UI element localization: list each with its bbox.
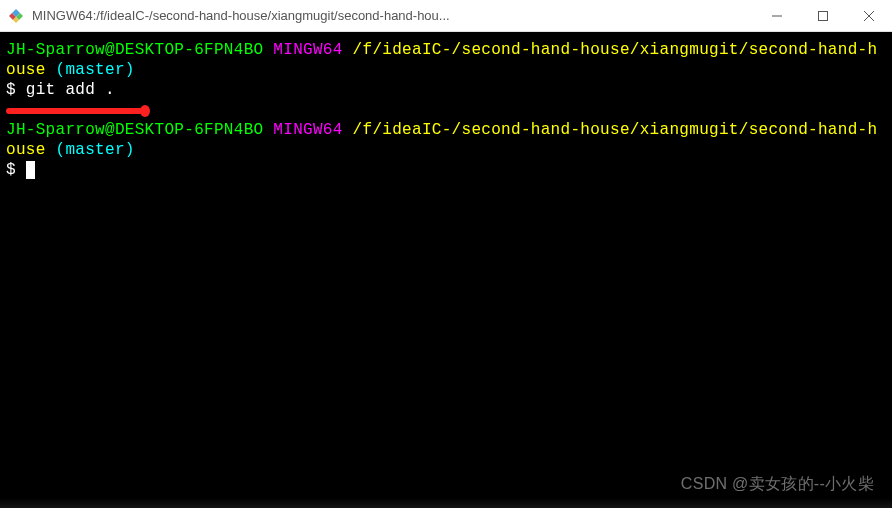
prompt-line: JH-Sparrow@DESKTOP-6FPN4BO MINGW64 /f/id…	[6, 40, 886, 80]
prompt-symbol: $	[6, 161, 16, 179]
bottom-shadow	[0, 498, 892, 508]
titlebar: MINGW64:/f/ideaIC-/second-hand-house/xia…	[0, 0, 892, 32]
command-line: $ git add .	[6, 80, 886, 100]
prompt-line: JH-Sparrow@DESKTOP-6FPN4BO MINGW64 /f/id…	[6, 120, 886, 160]
branch: (master)	[56, 61, 135, 79]
command-text: git add .	[26, 81, 115, 99]
window-controls	[754, 0, 892, 31]
user-host: JH-Sparrow@DESKTOP-6FPN4BO	[6, 41, 263, 59]
close-button[interactable]	[846, 0, 892, 31]
annotation-underline	[6, 108, 146, 114]
shell-name: MINGW64	[273, 121, 342, 139]
cursor	[26, 161, 35, 179]
watermark-text: CSDN @卖女孩的--小火柴	[681, 474, 874, 494]
branch: (master)	[56, 141, 135, 159]
terminal-window: MINGW64:/f/ideaIC-/second-hand-house/xia…	[0, 0, 892, 508]
terminal-area[interactable]: JH-Sparrow@DESKTOP-6FPN4BO MINGW64 /f/id…	[0, 32, 892, 508]
prompt-symbol: $	[6, 81, 16, 99]
window-title: MINGW64:/f/ideaIC-/second-hand-house/xia…	[32, 8, 754, 23]
app-icon	[8, 8, 24, 24]
svg-rect-7	[819, 11, 828, 20]
user-host: JH-Sparrow@DESKTOP-6FPN4BO	[6, 121, 263, 139]
maximize-button[interactable]	[800, 0, 846, 31]
minimize-button[interactable]	[754, 0, 800, 31]
shell-name: MINGW64	[273, 41, 342, 59]
command-line: $	[6, 160, 886, 180]
